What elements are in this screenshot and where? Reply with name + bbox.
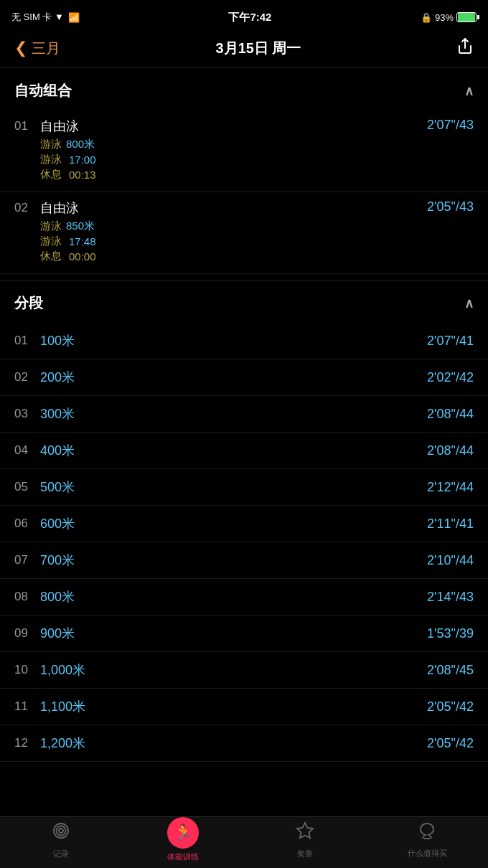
swim-distance-1: 800米 (66, 138, 95, 151)
workout-label: 体能训练 (167, 852, 199, 862)
segment-dist-5: 500米 (40, 478, 427, 496)
segment-row-1: 01 100米 2'07"/41 (0, 323, 488, 359)
records-label: 记录 (53, 849, 69, 859)
segment-row-3: 03 300米 2'08"/44 (0, 396, 488, 433)
combo-right-1: 2'07"/43 (427, 118, 474, 181)
tab-awards[interactable]: 奖章 (244, 821, 366, 859)
segment-num-8: 08 (14, 590, 40, 604)
status-bar: 无 SIM 卡 ▼ 📶 下午7:42 🔒 93% (0, 0, 488, 32)
segment-pace-6: 2'11"/41 (427, 516, 474, 532)
combo-pace-2: 2'05"/43 (427, 198, 474, 214)
combo-details-1: 自由泳 游泳 800米 游泳 17:00 休息 00:13 (40, 118, 427, 181)
segment-row-10: 10 1,000米 2'08"/45 (0, 652, 488, 689)
segment-row-6: 06 600米 2'11"/41 (0, 506, 488, 542)
lock-icon: 🔒 (421, 12, 432, 23)
segment-pace-11: 2'05"/42 (427, 699, 474, 714)
segment-dist-1: 100米 (40, 332, 427, 349)
segment-num-3: 03 (14, 407, 40, 421)
auto-combo-header: 自动组合 ∧ (0, 68, 488, 110)
swim-time-label-2: 游泳 (40, 235, 62, 248)
awards-label: 奖章 (297, 849, 313, 859)
combo-name-2: 自由泳 (40, 199, 427, 217)
segment-row-4: 04 400米 2'08"/44 (0, 433, 488, 469)
segment-pace-7: 2'10"/44 (427, 553, 474, 568)
segment-num-2: 02 (14, 370, 40, 385)
tab-bar: 记录 🏃 体能训练 奖章 什么值得买 (0, 816, 488, 868)
battery-percent: 93% (435, 12, 454, 23)
status-left: 无 SIM 卡 ▼ 📶 (11, 11, 80, 24)
combo-num-1: 01 (14, 118, 40, 181)
segment-pace-12: 2'05"/42 (427, 736, 474, 751)
segment-dist-6: 600米 (40, 515, 427, 532)
rest-time-1: 00:13 (69, 169, 96, 181)
segment-num-11: 11 (14, 699, 40, 714)
segment-pace-3: 2'08"/44 (427, 407, 474, 422)
combo-pace-1: 2'07"/43 (427, 116, 474, 132)
segment-dist-7: 700米 (40, 552, 427, 569)
awards-icon (295, 821, 315, 846)
swim-distance-2: 850米 (66, 220, 95, 233)
tab-records[interactable]: 记录 (0, 821, 122, 859)
share-button[interactable] (456, 37, 474, 59)
swim-time-2: 17:48 (69, 235, 96, 247)
auto-combo-collapse-icon[interactable]: ∧ (464, 83, 474, 99)
wifi-icon: 📶 (68, 12, 80, 23)
battery-icon (456, 12, 477, 22)
segments-collapse-icon[interactable]: ∧ (464, 296, 474, 311)
segment-dist-3: 300米 (40, 405, 427, 423)
segments-title: 分段 (14, 293, 43, 313)
combo-row-1: 01 自由泳 游泳 800米 游泳 17:00 休息 00:13 (0, 110, 488, 192)
back-label: 三月 (32, 39, 60, 58)
combo-details-2: 自由泳 游泳 850米 游泳 17:48 休息 00:00 (40, 199, 427, 263)
segment-row-7: 07 700米 2'10"/44 (0, 542, 488, 579)
swim-time-1: 17:00 (69, 154, 96, 166)
auto-combo-title: 自动组合 (14, 81, 72, 100)
segment-num-12: 12 (14, 736, 40, 750)
segment-num-10: 10 (14, 663, 40, 677)
rest-label-2: 休息 (40, 250, 62, 263)
rest-time-2: 00:00 (69, 250, 96, 263)
segment-pace-5: 2'12"/44 (427, 480, 474, 495)
combo-name-1: 自由泳 (40, 118, 427, 135)
back-button[interactable]: ❮ 三月 (14, 39, 60, 58)
segment-num-1: 01 (14, 334, 40, 348)
segment-dist-10: 1,000米 (40, 661, 427, 679)
main-content: 自动组合 ∧ 01 自由泳 游泳 800米 游泳 17:00 休息 (0, 68, 488, 819)
svg-point-3 (59, 829, 63, 833)
combo-num-2: 02 (14, 199, 40, 263)
segment-row-8: 08 800米 2'14"/43 (0, 579, 488, 615)
segment-num-9: 09 (14, 626, 40, 641)
tab-smzdm[interactable]: 什么值得买 (366, 821, 488, 859)
svg-point-2 (57, 826, 66, 835)
segment-dist-11: 1,100米 (40, 698, 427, 715)
segment-dist-12: 1,200米 (40, 735, 427, 752)
segment-pace-4: 2'08"/44 (427, 443, 474, 458)
segment-row-5: 05 500米 2'12"/44 (0, 469, 488, 506)
swim-time-label-1: 游泳 (40, 153, 62, 166)
segment-pace-2: 2'02"/42 (427, 370, 474, 385)
nav-bar: ❮ 三月 3月15日 周一 (0, 32, 488, 68)
segment-dist-8: 800米 (40, 588, 427, 605)
page-title: 3月15日 周一 (216, 39, 301, 58)
segment-dist-4: 400米 (40, 442, 427, 459)
records-icon (51, 821, 71, 846)
segment-num-5: 05 (14, 480, 40, 494)
segment-num-6: 06 (14, 516, 40, 531)
segment-row-9: 09 900米 1'53"/39 (0, 615, 488, 652)
sim-status: 无 SIM 卡 ▼ (11, 11, 64, 24)
workout-active-bg: 🏃 (167, 817, 199, 849)
combo-row-2: 02 自由泳 游泳 850米 游泳 17:48 休息 00:00 (0, 192, 488, 274)
swim-label-1: 游泳 (40, 138, 62, 151)
status-time: 下午7:42 (228, 11, 271, 24)
chevron-left-icon: ❮ (14, 40, 27, 56)
segment-pace-9: 1'53"/39 (427, 626, 474, 641)
tab-workout[interactable]: 🏃 体能训练 (122, 817, 244, 862)
status-right: 🔒 93% (421, 12, 477, 23)
smzdm-icon (417, 821, 437, 845)
workout-icon: 🏃 (174, 824, 193, 842)
segment-row-2: 02 200米 2'02"/42 (0, 359, 488, 396)
segment-rows: 01 100米 2'07"/41 02 200米 2'02"/42 03 300… (0, 323, 488, 762)
segment-pace-10: 2'08"/45 (427, 663, 474, 678)
combo-right-2: 2'05"/43 (427, 199, 474, 263)
segment-num-7: 07 (14, 553, 40, 567)
